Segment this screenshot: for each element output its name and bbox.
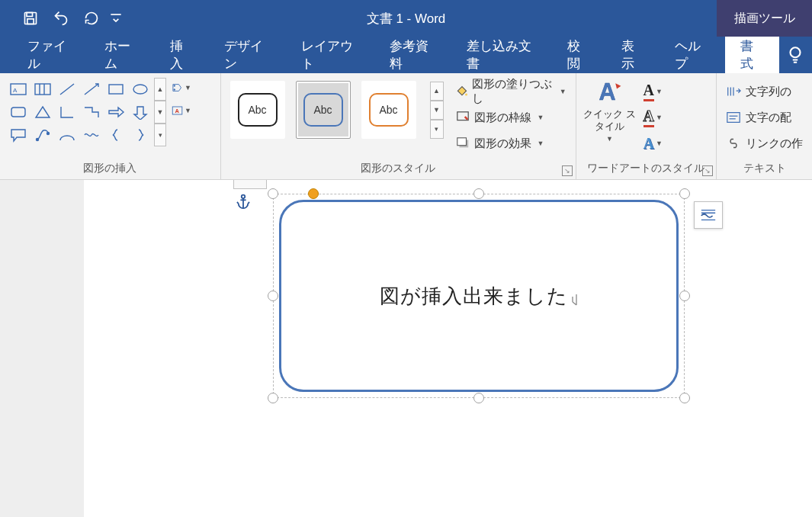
group-text: 文字列の 文字の配 リンクの作 テキスト (717, 73, 812, 179)
shape-rounded-rect[interactable] (6, 101, 30, 124)
ribbon-tabs: ファイル ホーム 挿入 デザイン レイアウト 参考資料 差し込み文書 校閲 表示… (0, 37, 812, 73)
resize-handle-ne[interactable] (679, 188, 690, 199)
tab-design[interactable]: デザイン (209, 37, 286, 73)
shape-brace-l[interactable] (104, 124, 128, 146)
shape-z[interactable] (79, 101, 104, 124)
shape-triangle[interactable] (30, 101, 55, 124)
text-outline-button[interactable]: A▼ (640, 107, 666, 128)
text-direction-button[interactable]: 文字列の (723, 81, 806, 102)
style-thumb-3[interactable]: Abc (361, 81, 416, 139)
svg-point-12 (133, 85, 147, 94)
svg-rect-23 (457, 138, 466, 146)
shape-styles-launcher[interactable]: ↘ (562, 165, 573, 176)
svg-text:A: A (13, 87, 18, 94)
tab-insert[interactable]: 挿入 (155, 37, 209, 73)
effects-icon (456, 136, 470, 150)
redo-button[interactable] (76, 0, 107, 37)
shape-fill-button[interactable]: 図形の塗りつぶし▼ (453, 81, 570, 102)
resize-handle-n[interactable] (473, 188, 484, 199)
text-outline-A-icon: A (644, 108, 654, 127)
corner-adjust-handle[interactable] (308, 188, 319, 199)
shapes-scroll-up[interactable]: ▲ (154, 78, 166, 101)
shape-outline-button[interactable]: 図形の枠線▼ (453, 107, 570, 128)
resize-handle-s[interactable] (473, 393, 484, 403)
style-thumb-2[interactable]: Abc (296, 81, 351, 139)
style-expand[interactable]: ▾ (430, 120, 444, 139)
shapes-gallery[interactable]: A (6, 78, 152, 146)
shape-text-content[interactable]: 図が挿入出来ました (380, 283, 579, 310)
shape-arc[interactable] (55, 124, 79, 146)
style-thumb-1[interactable]: Abc (230, 81, 285, 139)
text-align-button[interactable]: 文字の配 (723, 107, 806, 128)
text-effects-button[interactable]: A▼ (640, 133, 666, 154)
edit-shape-button[interactable]: ▼ (171, 78, 192, 98)
shape-arrow-right[interactable] (104, 101, 128, 124)
group-insert-shapes: A ▲ ▼ ▾ (0, 73, 221, 179)
shape-textbox-v[interactable] (30, 78, 55, 101)
tell-me-button[interactable] (779, 37, 812, 73)
quickstyle-button[interactable]: A クイック スタイル ▼ (583, 78, 637, 143)
style-scroll-down[interactable]: ▼ (430, 101, 444, 120)
shapes-gallery-scroll: ▲ ▼ ▾ (154, 78, 166, 146)
svg-rect-13 (11, 108, 25, 117)
ruler-indent-mark[interactable] (233, 180, 267, 189)
wordart-A-icon: A (596, 78, 624, 105)
layout-options-button[interactable] (694, 201, 723, 229)
shapes-expand[interactable]: ▾ (154, 124, 166, 146)
group-label-wordart: ワードアートのスタイル↘ (576, 159, 716, 179)
style-scroll-up[interactable]: ▲ (430, 82, 444, 101)
title-bar: 文書 1 - Word 描画ツール (0, 0, 812, 37)
shape-brace-r[interactable] (128, 124, 152, 146)
svg-rect-11 (109, 85, 123, 94)
tab-file[interactable]: ファイル (12, 37, 89, 73)
paragraph-mark-icon (568, 290, 579, 307)
resize-handle-w[interactable] (268, 291, 278, 301)
svg-rect-6 (35, 84, 50, 95)
tab-help[interactable]: ヘルプ (660, 37, 725, 73)
shape-l[interactable] (55, 101, 79, 124)
shape-style-gallery[interactable]: Abc Abc Abc ▲ ▼ ▾ (227, 78, 447, 142)
tab-mailings[interactable]: 差し込み文書 (451, 37, 552, 73)
undo-button[interactable] (46, 0, 76, 37)
shapes-scroll-down[interactable]: ▼ (154, 101, 166, 124)
svg-line-9 (60, 84, 74, 95)
tab-layout[interactable]: レイアウト (286, 37, 374, 73)
resize-handle-e[interactable] (679, 291, 690, 301)
shape-wave[interactable] (79, 124, 104, 146)
create-link-button[interactable]: リンクの作 (723, 133, 806, 154)
document-area: 図が挿入出来ました (0, 180, 812, 517)
shape-effects-button[interactable]: 図形の効果▼ (453, 133, 570, 154)
shape-rectangle[interactable] (104, 78, 128, 101)
wordart-launcher[interactable]: ↘ (702, 165, 713, 176)
tab-review[interactable]: 校閲 (552, 37, 606, 73)
shape-arrow-line[interactable] (79, 78, 104, 101)
shape-line[interactable] (55, 78, 79, 101)
tab-references[interactable]: 参考資料 (374, 37, 451, 73)
resize-handle-sw[interactable] (268, 393, 278, 403)
rounded-rectangle-shape[interactable]: 図が挿入出来ました (279, 200, 679, 392)
draw-textbox-button[interactable]: A▼ (171, 101, 192, 120)
svg-point-16 (174, 85, 175, 87)
resize-handle-nw[interactable] (268, 188, 278, 199)
svg-point-17 (174, 89, 175, 91)
qat-customize-button[interactable] (107, 0, 125, 37)
shape-connector[interactable] (30, 124, 55, 146)
document-title: 文書 1 - Word (367, 10, 446, 27)
tab-format[interactable]: 書式 (725, 37, 779, 73)
shape-textbox[interactable]: A (6, 78, 30, 101)
shape-arrow-down[interactable] (128, 101, 152, 124)
resize-handle-se[interactable] (679, 393, 690, 403)
shape-oval[interactable] (128, 78, 152, 101)
svg-rect-2 (27, 19, 34, 24)
text-direction-icon (726, 85, 741, 98)
page[interactable]: 図が挿入出来ました (84, 180, 812, 517)
group-shape-styles: Abc Abc Abc ▲ ▼ ▾ 図形の塗りつぶし▼ 図形の枠線▼ (221, 73, 576, 179)
tab-view[interactable]: 表示 (606, 37, 660, 73)
tab-home[interactable]: ホーム (89, 37, 155, 73)
shape-callout[interactable] (6, 124, 30, 146)
save-button[interactable] (15, 0, 46, 37)
selected-shape[interactable]: 図が挿入出来ました (273, 194, 685, 398)
text-fill-button[interactable]: A▼ (640, 81, 666, 102)
quick-access-toolbar (0, 0, 125, 37)
group-label-shapes: 図形の挿入 (0, 159, 220, 179)
